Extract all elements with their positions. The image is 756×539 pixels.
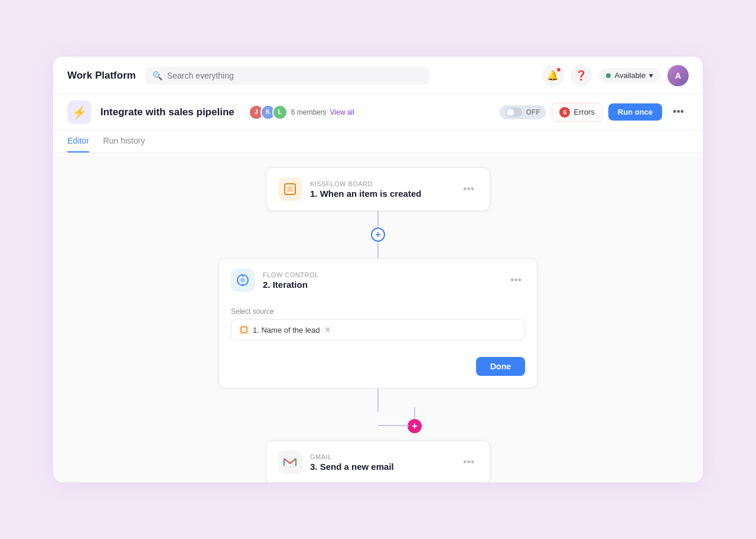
connector-line-1b: [377, 242, 379, 258]
notification-dot: [556, 67, 561, 72]
pink-add-area: +: [408, 407, 422, 433]
source-tag-icon: [239, 324, 249, 335]
node-kissflow: Kissflow Board 1. When an item is create…: [266, 167, 490, 211]
node2-step: 2. Iteration: [263, 280, 498, 290]
node3-menu[interactable]: •••: [460, 455, 478, 470]
search-input[interactable]: [167, 71, 422, 80]
svg-rect-6: [241, 327, 247, 333]
sub-header: ⚡ Integrate with sales pipeline J K L 6 …: [53, 95, 703, 130]
member-avatar-3: L: [272, 105, 288, 120]
node2-text: Flow Control 2. Iteration: [263, 271, 498, 290]
node3-text: Gmail 3. Send a new email: [310, 453, 451, 472]
avatar[interactable]: A: [667, 65, 689, 86]
branch-small-v: [414, 407, 415, 419]
search-icon: 🔍: [152, 71, 162, 80]
workflow-icon-box: ⚡: [67, 100, 91, 124]
members-section: J K L 6 members View all: [249, 105, 354, 120]
workflow-title: Integrate with sales pipeline: [100, 106, 234, 118]
done-button[interactable]: Done: [476, 357, 525, 376]
app-window: Work Platform 🔍 🔔 ❓ Available ▾ A ⚡ I: [53, 57, 703, 482]
node1-step: 1. When an item is created: [310, 189, 451, 199]
node2-app: Flow Control: [263, 271, 498, 278]
node3-step: 3. Send a new email: [310, 462, 451, 472]
header: Work Platform 🔍 🔔 ❓ Available ▾ A: [53, 57, 703, 95]
node2-header: Flow Control 2. Iteration •••: [231, 268, 525, 292]
connector-1: +: [371, 211, 385, 258]
branch-connector-area: +: [219, 388, 537, 436]
app-logo: Work Platform: [67, 70, 136, 82]
select-source-box[interactable]: 1. Name of the lead ✕: [231, 319, 525, 340]
branch-v-line: [377, 388, 379, 412]
toggle-switch: [506, 108, 522, 117]
gmail-icon: [278, 450, 302, 474]
node-gmail: Gmail 3. Send a new email •••: [266, 440, 490, 482]
toggle-button[interactable]: OFF: [500, 105, 546, 119]
node1-menu[interactable]: •••: [460, 182, 478, 197]
source-tag: 1. Name of the lead ✕: [239, 324, 333, 335]
connector-line-1: [377, 211, 379, 228]
flow-icon: [231, 268, 255, 292]
chevron-down-icon: ▾: [649, 71, 653, 80]
done-row: Done: [231, 357, 525, 376]
workflow-icon: ⚡: [72, 105, 87, 119]
members-count: 6 members: [291, 108, 327, 116]
member-avatars: J K L: [249, 105, 288, 120]
canvas: Kissflow Board 1. When an item is create…: [53, 153, 703, 482]
source-tag-text: 1. Name of the lead: [253, 326, 320, 335]
more-options-button[interactable]: •••: [668, 103, 689, 121]
status-dot: [606, 73, 611, 78]
header-right: 🔔 ❓ Available ▾ A: [542, 65, 689, 86]
run-once-button[interactable]: Run once: [608, 103, 662, 121]
search-bar[interactable]: 🔍: [145, 67, 429, 85]
add-step-1[interactable]: +: [371, 228, 385, 242]
select-source-section: Select source 1. Name of the lead ✕: [231, 307, 525, 340]
node2-menu[interactable]: •••: [507, 273, 525, 288]
svg-point-3: [240, 278, 245, 283]
avatar-initials: A: [675, 71, 681, 80]
toggle-knob: [507, 109, 514, 116]
view-all-link[interactable]: View all: [330, 108, 354, 116]
error-badge: 6: [559, 107, 570, 118]
sub-header-right: OFF 6 Errors Run once •••: [500, 103, 689, 122]
status-pill[interactable]: Available ▾: [599, 68, 660, 83]
status-label: Available: [614, 71, 646, 80]
errors-label: Errors: [573, 108, 594, 116]
node1-app: Kissflow Board: [310, 180, 451, 187]
workflow-chain: Kissflow Board 1. When an item is create…: [53, 167, 703, 482]
branch-h-line: [378, 425, 409, 426]
node-flow-control: Flow Control 2. Iteration ••• Select sou…: [219, 258, 537, 388]
toggle-label: OFF: [526, 108, 540, 116]
node3-app: Gmail: [310, 453, 451, 460]
node1-text: Kissflow Board 1. When an item is create…: [310, 180, 451, 199]
tabs: Editor Run history: [53, 130, 703, 153]
add-branch-button[interactable]: +: [408, 419, 422, 433]
tab-run-history[interactable]: Run history: [103, 130, 145, 152]
notification-button[interactable]: 🔔: [542, 65, 563, 86]
svg-rect-1: [287, 186, 293, 192]
errors-button[interactable]: 6 Errors: [552, 103, 602, 122]
help-button[interactable]: ❓: [571, 65, 592, 86]
kissflow-icon: [278, 177, 302, 201]
remove-source-tag[interactable]: ✕: [323, 325, 333, 335]
select-source-label: Select source: [231, 307, 525, 316]
tab-editor[interactable]: Editor: [67, 130, 89, 152]
